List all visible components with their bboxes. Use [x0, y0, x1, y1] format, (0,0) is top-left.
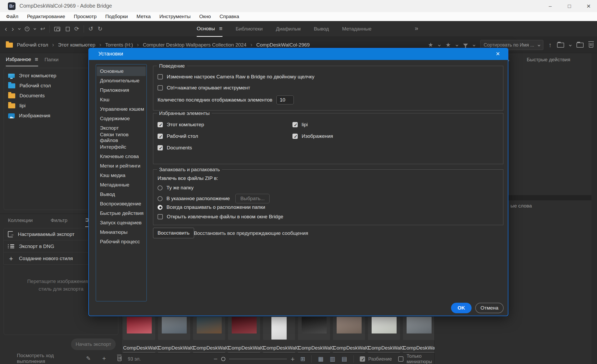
undo-icon[interactable]: ↺	[88, 26, 93, 32]
zoom-slider-track[interactable]	[229, 359, 287, 359]
thumbnail-name[interactable]: CompDeskWalC	[298, 345, 330, 352]
always-ask-radio[interactable]	[158, 205, 163, 210]
nav-media-cache[interactable]: Кэш медиа	[97, 171, 146, 180]
nav-metadata[interactable]: Метаданные	[97, 180, 146, 190]
tab-collections[interactable]: Коллекции	[8, 218, 33, 223]
menu-label[interactable]: Метка	[136, 14, 151, 19]
nav-playback[interactable]: Воспроизведение	[97, 199, 146, 209]
nav-thumbnails[interactable]: Миниатюры	[97, 228, 146, 237]
edit-icon[interactable]: ✎	[86, 355, 91, 362]
nav-interface[interactable]: Интерфейс	[97, 142, 146, 152]
open-in-bridge-checkbox[interactable]	[158, 214, 163, 219]
close-button[interactable]: ×	[580, 0, 597, 12]
fav-desktop-checkbox[interactable]	[158, 134, 163, 139]
delete-preset-icon[interactable]	[118, 356, 122, 361]
sort-direction-icon[interactable]: ↑	[549, 41, 552, 49]
recent-folder-icon[interactable]	[557, 43, 564, 48]
zip-same-folder-option[interactable]: Ту же папку	[158, 185, 194, 191]
thumbnail-name[interactable]: CompDeskWalC	[403, 345, 435, 352]
menu-edit[interactable]: Редактирование	[27, 14, 65, 19]
nav-cache[interactable]: Кэш	[97, 95, 146, 104]
forward-icon[interactable]: ›	[12, 25, 14, 33]
thumbnail-tile[interactable]	[333, 317, 365, 340]
split-toggle[interactable]: Разбиение	[360, 356, 392, 362]
fav-lipi-option[interactable]: lipi	[292, 122, 308, 128]
ctrl-click-checkbox[interactable]	[158, 85, 163, 90]
fav-pictures-option[interactable]: Изображения	[292, 133, 333, 139]
return-icon[interactable]: ↩	[40, 26, 45, 32]
reset-warnings-button[interactable]: Восстановить	[153, 228, 194, 238]
label-chevron-icon[interactable]	[456, 44, 458, 46]
nav-workflow[interactable]: Рабочий процесс	[97, 237, 146, 246]
breadcrumb-this-pc[interactable]: Этот компьютер	[58, 42, 95, 48]
workspace-menu-icon[interactable]: ≡	[219, 25, 222, 32]
camera-raw-checkbox[interactable]	[158, 74, 163, 79]
nav-general[interactable]: Основные	[97, 67, 146, 76]
camera-raw-option[interactable]: Изменение настроек Camera Raw в Bridge п…	[158, 74, 315, 80]
redo-icon[interactable]: ↻	[98, 26, 102, 32]
thumbs-only-toggle[interactable]: Только миниатюры	[398, 353, 434, 364]
fav-documents-option[interactable]: Documents	[158, 145, 192, 151]
rating-chevron-icon[interactable]	[438, 44, 441, 46]
zoom-slider-knob[interactable]	[221, 357, 225, 361]
recent-folder-chevron-icon[interactable]	[569, 44, 572, 46]
fav-this-pc-option[interactable]: Этот компьютер	[158, 122, 204, 128]
maximize-button[interactable]: □	[561, 0, 578, 12]
same-folder-radio[interactable]	[158, 185, 163, 190]
nav-file-type-associations[interactable]: Связи типов файлов	[97, 133, 146, 142]
nav-quick-actions[interactable]: Быстрые действия	[97, 209, 146, 218]
nav-advanced[interactable]: Дополнительные	[97, 76, 146, 85]
fav-this-pc-checkbox[interactable]	[158, 122, 163, 127]
thumbnail-tile[interactable]	[158, 317, 190, 340]
thumbnail-tile[interactable]	[298, 317, 330, 340]
tab-output[interactable]: Вывод	[314, 26, 329, 32]
nav-chevron-down-icon[interactable]	[18, 27, 21, 30]
nav-labels-ratings[interactable]: Метки и рейтинги	[97, 161, 146, 171]
get-photos-icon[interactable]	[54, 27, 60, 31]
tab-libraries[interactable]: Библиотеки	[236, 26, 263, 32]
tab-favorites[interactable]: Избранное ≡	[6, 53, 38, 66]
thumbnail-tile[interactable]	[368, 317, 400, 340]
choose-button[interactable]: Выбрать...	[235, 194, 270, 203]
tab-filter[interactable]: Фильтр	[50, 218, 67, 223]
recent-items-input[interactable]	[276, 95, 294, 104]
rating-filter-icon[interactable]: ★	[428, 42, 433, 48]
ctrl-click-option[interactable]: Ctrl+нажатие открывает инструмент	[158, 85, 250, 91]
nav-keywords[interactable]: Ключевые слова	[97, 152, 146, 161]
zoom-out-icon[interactable]: −	[214, 355, 217, 363]
menu-view[interactable]: Просмотр	[74, 14, 97, 19]
tab-quick-actions[interactable]: Быстрые действия	[527, 57, 570, 63]
breadcrumb-current-folder[interactable]: CompDeskWalCol-2969	[256, 42, 310, 48]
nav-cache-management[interactable]: Управление кэшем	[97, 104, 146, 114]
nav-startup-scripts[interactable]: Запуск сценариев	[97, 218, 146, 228]
zoom-in-icon[interactable]: +	[291, 355, 295, 363]
menu-help[interactable]: Справка	[220, 14, 239, 19]
tab-metadata[interactable]: Метаданные	[342, 26, 372, 32]
split-checkbox[interactable]	[360, 356, 365, 362]
details-view-icon[interactable]: ▥	[330, 356, 335, 362]
grid-lock-view-icon[interactable]: ⊞	[300, 356, 305, 362]
ok-button[interactable]: OK	[451, 303, 472, 313]
tab-folders[interactable]: Папки	[44, 57, 58, 63]
fav-pictures-checkbox[interactable]	[292, 134, 298, 139]
thumbnail-name[interactable]: CompDeskWalC	[158, 345, 190, 352]
thumbnail-tile[interactable]	[193, 317, 225, 340]
breadcrumb-collection[interactable]: Computer Desktop Wallpapers Collection 2…	[143, 42, 246, 48]
thumbnail-name[interactable]: CompDeskWalC	[333, 345, 365, 352]
thumbnail-name[interactable]: CompDeskWalC	[193, 345, 225, 352]
new-folder-icon[interactable]	[576, 43, 584, 48]
recent-files-icon[interactable]	[25, 27, 29, 31]
favorites-menu-icon[interactable]: ≡	[35, 56, 38, 63]
minimize-button[interactable]: –	[542, 0, 559, 12]
copy-icon[interactable]	[66, 27, 70, 31]
list-view-icon[interactable]: ▤	[342, 356, 347, 362]
tab-filmstrip[interactable]: Диафильм	[276, 26, 301, 32]
add-icon[interactable]: +	[102, 355, 106, 362]
menu-stacks[interactable]: Подборки	[105, 14, 128, 19]
label-filter-icon[interactable]: ★	[446, 42, 451, 48]
breadcrumb-desktop[interactable]: Рабочий стол	[17, 42, 48, 48]
thumbnail-name[interactable]: CompDeskWalC	[263, 345, 295, 352]
thumbnail-tile[interactable]	[403, 317, 435, 340]
specified-location-radio[interactable]	[158, 196, 163, 201]
back-icon[interactable]: ‹	[5, 25, 7, 33]
